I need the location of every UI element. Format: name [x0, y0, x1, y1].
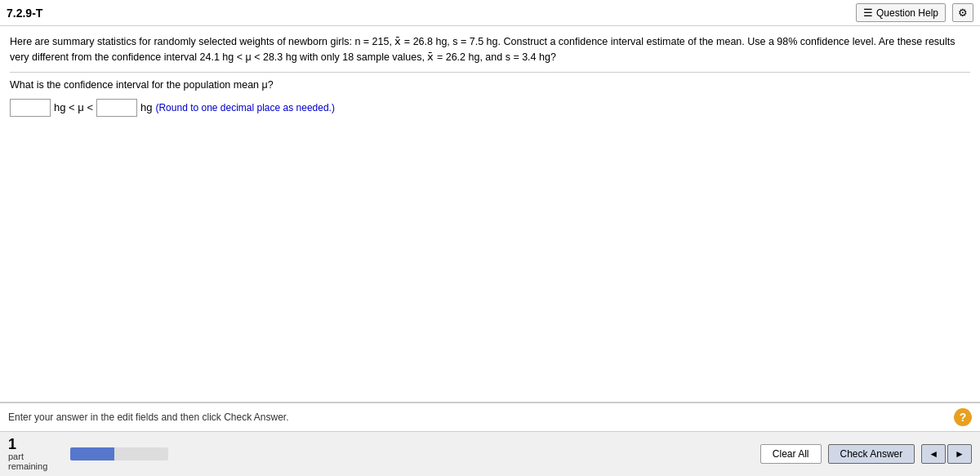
hg-less-than-mu-less-than: hg < μ < — [54, 101, 93, 113]
status-bar: Enter your answer in the edit fields and… — [0, 403, 980, 431]
question-help-button[interactable]: ☰ Question Help — [856, 3, 946, 22]
list-icon: ☰ — [863, 7, 873, 19]
gear-icon: ⚙ — [958, 7, 968, 19]
problem-text: Here are summary statistics for randomly… — [10, 34, 970, 73]
answer-row: hg < μ < hg (Round to one decimal place … — [10, 99, 970, 117]
hg-label: hg — [140, 101, 152, 113]
sub-question: What is the confidence interval for the … — [10, 79, 970, 91]
part-label: partremaining — [8, 452, 57, 471]
page-title: 7.2.9-T — [7, 7, 42, 20]
question-help-label: Question Help — [876, 7, 938, 19]
status-text: Enter your answer in the edit fields and… — [8, 411, 289, 423]
problem-statement: Here are summary statistics for randomly… — [10, 36, 956, 63]
settings-button[interactable]: ⚙ — [952, 3, 973, 22]
part-info: 1 partremaining — [8, 437, 57, 471]
prev-button[interactable]: ◄ — [921, 444, 946, 464]
rounding-hint: (Round to one decimal place as needed.) — [155, 102, 334, 113]
progress-bar-container — [70, 447, 168, 460]
clear-all-button[interactable]: Clear All — [760, 444, 822, 464]
part-number: 1 — [8, 437, 57, 452]
lower-bound-input[interactable] — [10, 99, 51, 117]
upper-bound-input[interactable] — [96, 99, 137, 117]
question-area: Here are summary statistics for randomly… — [0, 26, 980, 403]
next-button[interactable]: ► — [947, 444, 972, 464]
top-bar-right: ☰ Question Help ⚙ — [856, 3, 973, 22]
help-icon: ? — [960, 411, 967, 424]
action-bar: 1 partremaining Clear All Check Answer ◄… — [0, 431, 980, 476]
top-bar: 7.2.9-T ☰ Question Help ⚙ — [0, 0, 980, 26]
help-button[interactable]: ? — [954, 408, 972, 426]
sub-question-text: What is the confidence interval for the … — [10, 79, 274, 91]
progress-bar-fill — [70, 447, 114, 460]
check-answer-button[interactable]: Check Answer — [828, 444, 915, 464]
nav-group: ◄ ► — [921, 444, 972, 464]
